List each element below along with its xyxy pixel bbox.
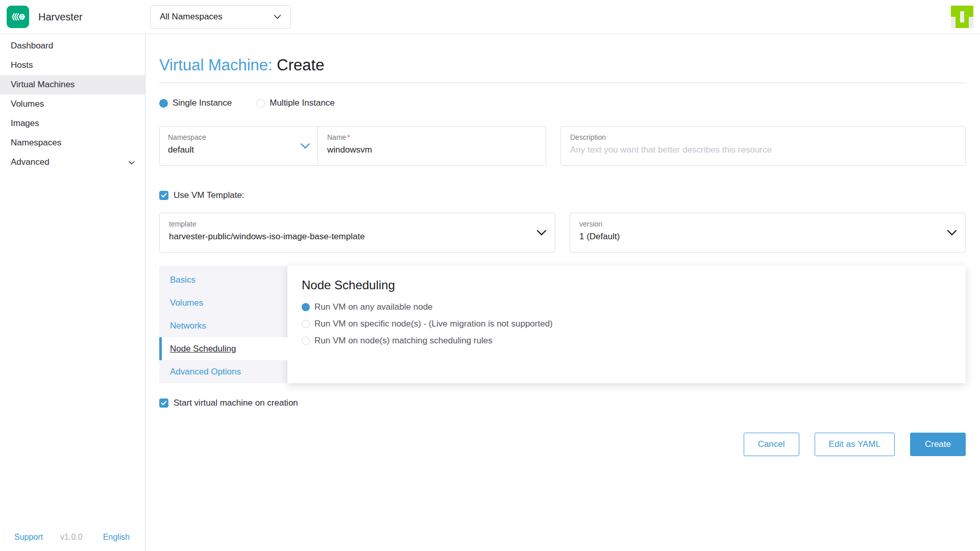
sidebar-item-dashboard[interactable]: Dashboard — [0, 36, 145, 56]
chevron-down-icon — [536, 229, 547, 238]
description-field[interactable]: Description Any text you want that bette… — [560, 126, 966, 166]
version-label: v1.0.0 — [60, 533, 83, 542]
version-label: version — [579, 220, 956, 228]
sidebar-nav: Dashboard Hosts Virtual Machines Volumes… — [0, 34, 145, 172]
sidebar-item-label: Namespaces — [11, 138, 61, 148]
namespace-label: Namespace — [168, 133, 309, 141]
sidebar-item-label: Images — [11, 118, 39, 129]
sidebar-item-advanced[interactable]: Advanced — [0, 153, 145, 172]
sidebar-item-label: Hosts — [11, 60, 33, 70]
top-bar: Harvester All Namespaces — [0, 0, 980, 34]
template-value: harvester-public/windows-iso-image-base-… — [169, 232, 546, 242]
radio-unselected-icon — [256, 99, 265, 108]
radio-single-instance[interactable]: Single Instance — [159, 98, 232, 108]
chevron-down-icon — [300, 142, 310, 151]
start-on-creation-checkbox[interactable]: Start virtual machine on creation — [159, 398, 966, 408]
tab-advanced-options[interactable]: Advanced Options — [159, 360, 287, 383]
create-button[interactable]: Create — [910, 433, 966, 456]
namespace-select[interactable]: Namespace default — [160, 127, 318, 165]
namespace-value: default — [168, 145, 309, 155]
radio-selected-icon — [302, 303, 310, 311]
radio-label: Single Instance — [173, 98, 232, 108]
sidebar-item-label: Dashboard — [11, 41, 53, 51]
harvester-logo-icon[interactable] — [7, 6, 29, 28]
chevron-down-icon — [129, 157, 135, 167]
sidebar-item-images[interactable]: Images — [0, 114, 145, 133]
namespace-filter-value: All Namespaces — [160, 12, 223, 22]
checkbox-checked-icon — [159, 191, 168, 200]
radio-multiple-instance[interactable]: Multiple Instance — [256, 98, 335, 108]
description-label: Description — [570, 133, 956, 141]
language-link[interactable]: English — [103, 533, 130, 542]
tab-label: Advanced Options — [170, 367, 241, 377]
name-value: windowsvm — [327, 145, 536, 155]
sidebar-item-label: Volumes — [11, 99, 44, 109]
radio-label: Run VM on specific node(s) - (Live migra… — [314, 319, 553, 329]
app-title: Harvester — [38, 11, 83, 23]
tab-volumes[interactable]: Volumes — [159, 291, 287, 314]
page-title-resource: Virtual Machine: — [159, 56, 273, 74]
sidebar-item-virtual-machines[interactable]: Virtual Machines — [0, 75, 145, 94]
config-tab-list: Basics Volumes Networks Node Scheduling … — [159, 266, 287, 383]
node-scheduling-panel: Node Scheduling Run VM on any available … — [287, 266, 966, 383]
version-value: 1 (Default) — [579, 232, 956, 242]
title-divider — [159, 83, 966, 83]
tab-node-scheduling[interactable]: Node Scheduling — [159, 337, 287, 360]
template-select[interactable]: template harvester-public/windows-iso-im… — [159, 213, 555, 253]
radio-specific-nodes[interactable]: Run VM on specific node(s) - (Live migra… — [302, 319, 951, 329]
namespace-name-box: Namespace default Name* windowsvm — [159, 126, 546, 166]
radio-any-available-node[interactable]: Run VM on any available node — [302, 302, 951, 312]
page-title: Virtual Machine: Create — [159, 56, 966, 74]
tab-label: Volumes — [170, 298, 203, 308]
panel-heading: Node Scheduling — [302, 278, 951, 292]
main-content: Virtual Machine: Create Single Instance … — [145, 34, 980, 456]
name-label: Name* — [327, 133, 536, 141]
name-row: Namespace default Name* windowsvm Descri… — [159, 126, 966, 166]
use-vm-template-checkbox[interactable]: Use VM Template: — [159, 190, 966, 201]
required-marker: * — [347, 133, 350, 141]
vm-config-section: Basics Volumes Networks Node Scheduling … — [159, 266, 966, 383]
sidebar-item-namespaces[interactable]: Namespaces — [0, 133, 145, 153]
sidebar-item-volumes[interactable]: Volumes — [0, 94, 145, 114]
description-placeholder: Any text you want that better describes … — [570, 145, 956, 155]
version-select[interactable]: version 1 (Default) — [570, 213, 966, 253]
brand: Harvester — [7, 6, 83, 28]
name-field[interactable]: Name* windowsvm — [318, 127, 546, 165]
radio-label: Run VM on node(s) matching scheduling ru… — [314, 336, 493, 346]
support-link[interactable]: Support — [14, 533, 43, 542]
sidebar-item-label: Advanced — [11, 157, 50, 167]
sidebar-item-hosts[interactable]: Hosts — [0, 56, 145, 75]
checkbox-checked-icon — [159, 398, 168, 408]
sidebar: Dashboard Hosts Virtual Machines Volumes… — [0, 34, 145, 551]
radio-matching-scheduling-rules[interactable]: Run VM on node(s) matching scheduling ru… — [302, 336, 951, 346]
page-title-action: Create — [277, 56, 324, 74]
radio-selected-icon — [159, 99, 168, 108]
form-actions: Cancel Edit as YAML Create — [159, 433, 966, 456]
edit-as-yaml-button[interactable]: Edit as YAML — [815, 433, 895, 456]
template-label: template — [169, 220, 546, 228]
radio-unselected-icon — [302, 320, 310, 328]
sidebar-footer: Support v1.0.0 English — [0, 533, 145, 542]
radio-unselected-icon — [302, 337, 310, 345]
sidebar-item-label: Virtual Machines — [11, 80, 75, 90]
chevron-down-icon — [947, 229, 957, 238]
tab-label: Node Scheduling — [170, 344, 236, 354]
user-avatar[interactable] — [951, 6, 973, 28]
cancel-button[interactable]: Cancel — [744, 433, 799, 456]
tab-basics[interactable]: Basics — [159, 268, 287, 291]
template-row: template harvester-public/windows-iso-im… — [159, 213, 966, 253]
namespace-filter-dropdown[interactable]: All Namespaces — [150, 5, 291, 29]
checkbox-label: Start virtual machine on creation — [174, 398, 298, 408]
tab-label: Networks — [170, 321, 206, 331]
radio-label: Multiple Instance — [270, 98, 335, 108]
instance-mode-group: Single Instance Multiple Instance — [159, 98, 966, 108]
radio-label: Run VM on any available node — [314, 302, 433, 312]
tab-label: Basics — [170, 275, 195, 285]
tab-networks[interactable]: Networks — [159, 314, 287, 337]
scheduling-options: Run VM on any available node Run VM on s… — [302, 302, 951, 346]
chevron-down-icon — [274, 12, 281, 21]
checkbox-label: Use VM Template: — [174, 190, 244, 201]
